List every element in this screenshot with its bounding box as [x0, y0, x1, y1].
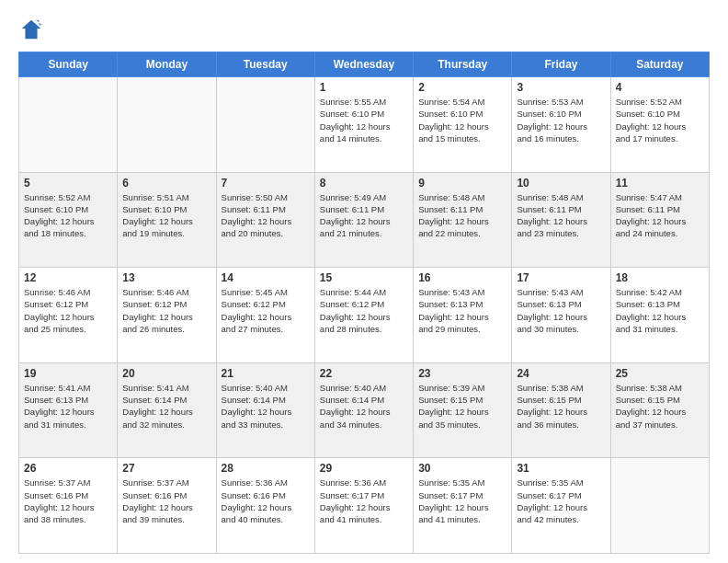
day-info: Sunrise: 5:49 AM Sunset: 6:11 PM Dayligh… [320, 191, 408, 240]
day-number: 5 [24, 177, 112, 190]
day-number: 12 [24, 271, 112, 284]
day-number: 6 [122, 177, 210, 190]
calendar-cell [19, 77, 118, 173]
day-number: 15 [320, 271, 408, 284]
calendar-cell: 3Sunrise: 5:53 AM Sunset: 6:10 PM Daylig… [512, 77, 610, 173]
day-info: Sunrise: 5:48 AM Sunset: 6:11 PM Dayligh… [517, 191, 605, 240]
calendar-cell: 12Sunrise: 5:46 AM Sunset: 6:12 PM Dayli… [19, 268, 118, 363]
calendar-cell: 28Sunrise: 5:36 AM Sunset: 6:16 PM Dayli… [216, 458, 314, 554]
calendar-week-3: 12Sunrise: 5:46 AM Sunset: 6:12 PM Dayli… [19, 268, 710, 363]
day-number: 23 [418, 367, 506, 380]
day-info: Sunrise: 5:39 AM Sunset: 6:15 PM Dayligh… [418, 382, 506, 431]
day-number: 27 [122, 462, 210, 475]
day-number: 3 [517, 81, 605, 94]
calendar-cell: 7Sunrise: 5:50 AM Sunset: 6:11 PM Daylig… [216, 172, 314, 268]
day-info: Sunrise: 5:38 AM Sunset: 6:15 PM Dayligh… [616, 382, 704, 431]
col-header-sunday: Sunday [19, 52, 118, 77]
day-number: 14 [222, 271, 310, 284]
calendar-week-4: 19Sunrise: 5:41 AM Sunset: 6:13 PM Dayli… [19, 362, 710, 458]
day-number: 2 [418, 81, 506, 94]
svg-marker-0 [22, 20, 41, 40]
day-info: Sunrise: 5:37 AM Sunset: 6:16 PM Dayligh… [24, 477, 112, 525]
day-info: Sunrise: 5:45 AM Sunset: 6:12 PM Dayligh… [222, 286, 310, 335]
day-info: Sunrise: 5:43 AM Sunset: 6:13 PM Dayligh… [517, 286, 605, 335]
calendar-cell: 15Sunrise: 5:44 AM Sunset: 6:12 PM Dayli… [314, 268, 413, 363]
day-number: 17 [517, 271, 605, 284]
svg-marker-1 [36, 20, 42, 26]
calendar-cell: 25Sunrise: 5:38 AM Sunset: 6:15 PM Dayli… [610, 362, 709, 458]
calendar-cell: 9Sunrise: 5:48 AM Sunset: 6:11 PM Daylig… [414, 172, 512, 268]
calendar-cell: 18Sunrise: 5:42 AM Sunset: 6:13 PM Dayli… [610, 268, 709, 363]
day-info: Sunrise: 5:40 AM Sunset: 6:14 PM Dayligh… [222, 382, 310, 431]
calendar-cell: 31Sunrise: 5:35 AM Sunset: 6:17 PM Dayli… [512, 458, 610, 554]
day-number: 30 [418, 462, 506, 475]
day-info: Sunrise: 5:36 AM Sunset: 6:16 PM Dayligh… [222, 477, 310, 525]
day-info: Sunrise: 5:43 AM Sunset: 6:13 PM Dayligh… [418, 286, 506, 335]
day-number: 29 [320, 462, 408, 475]
calendar-cell: 21Sunrise: 5:40 AM Sunset: 6:14 PM Dayli… [216, 362, 314, 458]
day-number: 31 [517, 462, 605, 475]
calendar-week-2: 5Sunrise: 5:52 AM Sunset: 6:10 PM Daylig… [19, 172, 710, 268]
calendar-cell: 14Sunrise: 5:45 AM Sunset: 6:12 PM Dayli… [216, 268, 314, 363]
calendar-cell: 16Sunrise: 5:43 AM Sunset: 6:13 PM Dayli… [414, 268, 512, 363]
calendar-week-1: 1Sunrise: 5:55 AM Sunset: 6:10 PM Daylig… [19, 77, 710, 173]
day-info: Sunrise: 5:48 AM Sunset: 6:11 PM Dayligh… [418, 191, 506, 240]
col-header-monday: Monday [118, 52, 216, 77]
day-number: 13 [122, 271, 210, 284]
day-info: Sunrise: 5:46 AM Sunset: 6:12 PM Dayligh… [122, 286, 210, 335]
col-header-wednesday: Wednesday [314, 52, 413, 77]
day-info: Sunrise: 5:47 AM Sunset: 6:11 PM Dayligh… [616, 191, 704, 240]
calendar-cell: 22Sunrise: 5:40 AM Sunset: 6:14 PM Dayli… [314, 362, 413, 458]
day-number: 20 [122, 367, 210, 380]
day-number: 28 [222, 462, 310, 475]
logo [18, 17, 48, 42]
day-number: 22 [320, 367, 408, 380]
day-number: 19 [24, 367, 112, 380]
logo-icon [18, 17, 44, 42]
calendar-cell: 29Sunrise: 5:36 AM Sunset: 6:17 PM Dayli… [314, 458, 413, 554]
day-info: Sunrise: 5:55 AM Sunset: 6:10 PM Dayligh… [320, 96, 408, 144]
day-info: Sunrise: 5:44 AM Sunset: 6:12 PM Dayligh… [320, 286, 408, 335]
day-number: 7 [222, 177, 310, 190]
day-info: Sunrise: 5:53 AM Sunset: 6:10 PM Dayligh… [517, 96, 605, 144]
calendar-cell [118, 77, 216, 173]
col-header-tuesday: Tuesday [216, 52, 314, 77]
day-info: Sunrise: 5:51 AM Sunset: 6:10 PM Dayligh… [122, 191, 210, 240]
calendar-cell: 17Sunrise: 5:43 AM Sunset: 6:13 PM Dayli… [512, 268, 610, 363]
col-header-friday: Friday [512, 52, 610, 77]
day-info: Sunrise: 5:35 AM Sunset: 6:17 PM Dayligh… [418, 477, 506, 525]
day-number: 9 [418, 177, 506, 190]
col-header-saturday: Saturday [610, 52, 709, 77]
calendar-cell: 2Sunrise: 5:54 AM Sunset: 6:10 PM Daylig… [414, 77, 512, 173]
header [18, 17, 710, 42]
calendar-cell: 11Sunrise: 5:47 AM Sunset: 6:11 PM Dayli… [610, 172, 709, 268]
day-info: Sunrise: 5:41 AM Sunset: 6:13 PM Dayligh… [24, 382, 112, 431]
day-info: Sunrise: 5:52 AM Sunset: 6:10 PM Dayligh… [616, 96, 704, 144]
day-number: 21 [222, 367, 310, 380]
calendar-cell: 10Sunrise: 5:48 AM Sunset: 6:11 PM Dayli… [512, 172, 610, 268]
day-number: 25 [616, 367, 704, 380]
day-number: 8 [320, 177, 408, 190]
calendar-cell: 30Sunrise: 5:35 AM Sunset: 6:17 PM Dayli… [414, 458, 512, 554]
calendar-cell: 4Sunrise: 5:52 AM Sunset: 6:10 PM Daylig… [610, 77, 709, 173]
col-header-thursday: Thursday [414, 52, 512, 77]
calendar-cell: 20Sunrise: 5:41 AM Sunset: 6:14 PM Dayli… [118, 362, 216, 458]
day-number: 4 [616, 81, 704, 94]
day-info: Sunrise: 5:40 AM Sunset: 6:14 PM Dayligh… [320, 382, 408, 431]
day-info: Sunrise: 5:38 AM Sunset: 6:15 PM Dayligh… [517, 382, 605, 431]
day-info: Sunrise: 5:41 AM Sunset: 6:14 PM Dayligh… [122, 382, 210, 431]
calendar-cell: 8Sunrise: 5:49 AM Sunset: 6:11 PM Daylig… [314, 172, 413, 268]
calendar-cell: 6Sunrise: 5:51 AM Sunset: 6:10 PM Daylig… [118, 172, 216, 268]
day-info: Sunrise: 5:35 AM Sunset: 6:17 PM Dayligh… [517, 477, 605, 525]
day-info: Sunrise: 5:54 AM Sunset: 6:10 PM Dayligh… [418, 96, 506, 144]
calendar-header-row: SundayMondayTuesdayWednesdayThursdayFrid… [19, 52, 710, 77]
day-number: 11 [616, 177, 704, 190]
calendar-cell: 13Sunrise: 5:46 AM Sunset: 6:12 PM Dayli… [118, 268, 216, 363]
day-number: 18 [616, 271, 704, 284]
day-info: Sunrise: 5:50 AM Sunset: 6:11 PM Dayligh… [222, 191, 310, 240]
day-number: 10 [517, 177, 605, 190]
day-number: 24 [517, 367, 605, 380]
day-info: Sunrise: 5:52 AM Sunset: 6:10 PM Dayligh… [24, 191, 112, 240]
day-number: 1 [320, 81, 408, 94]
page: SundayMondayTuesdayWednesdayThursdayFrid… [0, 0, 728, 563]
